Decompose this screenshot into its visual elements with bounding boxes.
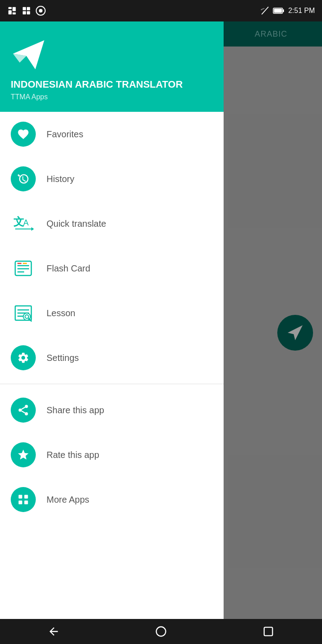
svg-rect-1 [8,10,12,14]
rate-icon-circle [11,442,36,467]
svg-rect-10 [274,9,282,13]
grid-icon [17,493,30,506]
more-apps-icon-circle [11,487,36,512]
drawer-menu: Favorites History 文 A [0,112,224,619]
developer-name: TTMA Apps [11,93,213,101]
menu-item-lesson[interactable]: Lesson [0,291,224,335]
flashcard-icon [12,257,35,280]
recent-icon [262,625,275,638]
time-display: 2:51 PM [288,7,315,15]
share-icon-circle [11,398,36,423]
back-icon [47,625,60,638]
back-button[interactable] [40,623,67,640]
menu-item-share[interactable]: Share this app [0,388,224,432]
svg-line-33 [21,411,25,413]
app-icon-1 [7,6,17,16]
home-button[interactable] [148,623,174,640]
svg-rect-9 [283,9,284,12]
svg-marker-16 [31,227,34,231]
svg-point-30 [25,405,28,408]
translate-icon-wrap: 文 A [11,211,36,236]
history-icon-circle [11,166,36,191]
status-bar: 2:51 PM [0,0,322,21]
menu-item-settings[interactable]: Settings [0,335,224,380]
bottom-navigation [0,619,322,644]
translate-icon: 文 A [12,212,35,235]
svg-rect-7 [27,11,30,14]
clock-icon [17,173,30,185]
svg-rect-5 [27,7,30,10]
svg-rect-40 [264,627,273,636]
menu-item-history[interactable]: History [0,157,224,201]
settings-icon-circle [11,345,36,370]
spinner-icon [36,6,46,16]
svg-rect-37 [19,501,22,504]
gear-icon [17,352,30,364]
lesson-icon-wrap [11,301,36,326]
svg-point-31 [19,409,22,412]
quick-translate-label: Quick translate [47,219,106,229]
svg-rect-4 [23,7,26,10]
flashcard-icon-wrap [11,256,36,281]
drawer-header: INDONESIAN ARABIC TRANSLATOR TTMA Apps [0,21,224,112]
svg-text:A: A [23,218,29,227]
home-icon [155,625,167,638]
status-bar-right: 2:51 PM [260,6,315,15]
app-logo [11,36,47,72]
signal-icon [260,6,269,15]
svg-rect-2 [13,7,16,11]
status-bar-left [7,6,46,16]
app-icon-2 [21,6,31,16]
share-label: Share this app [47,405,104,415]
settings-label: Settings [47,353,79,363]
svg-rect-6 [23,11,26,14]
battery-icon [273,7,284,15]
heart-icon [17,128,30,140]
recent-button[interactable] [255,623,282,640]
star-icon [17,449,30,461]
app-title: INDONESIAN ARABIC TRANSLATOR [11,79,213,90]
svg-line-34 [21,407,25,410]
svg-point-39 [157,627,166,636]
menu-item-rate[interactable]: Rate this app [0,432,224,477]
menu-item-more-apps[interactable]: More Apps [0,477,224,522]
share-icon [17,404,30,416]
favorites-icon-circle [11,122,36,147]
svg-rect-3 [13,13,16,15]
menu-item-flash-card[interactable]: Flash Card [0,246,224,291]
menu-divider [0,384,224,384]
more-apps-label: More Apps [47,495,89,505]
svg-rect-36 [24,495,28,499]
menu-item-quick-translate[interactable]: 文 A Quick translate [0,201,224,246]
navigation-drawer: INDONESIAN ARABIC TRANSLATOR TTMA Apps F… [0,21,224,619]
rate-label: Rate this app [47,450,99,460]
flash-card-label: Flash Card [47,263,90,274]
svg-rect-35 [19,495,22,499]
lesson-label: Lesson [47,308,76,318]
menu-item-favorites[interactable]: Favorites [0,112,224,157]
favorites-label: Favorites [47,129,83,140]
history-label: History [47,174,74,184]
lesson-icon [12,301,35,325]
svg-rect-0 [8,7,12,9]
svg-rect-38 [24,501,28,504]
svg-point-32 [25,412,28,415]
